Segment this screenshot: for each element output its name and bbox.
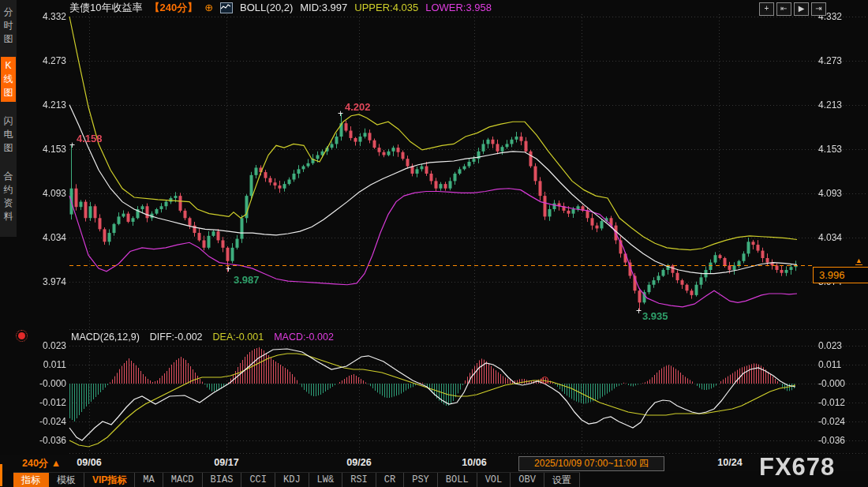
date-tick-09-06: 09/06 (62, 457, 117, 468)
alert-icon[interactable] (18, 332, 25, 339)
sidebar-tab-1[interactable]: 分 时 图 (1, 3, 16, 48)
price-tick-right-4.034: 4.034 (818, 232, 858, 243)
date-tick-09-17: 09/17 (199, 457, 254, 468)
toolbar-item-设置[interactable]: 设置 (544, 473, 580, 487)
macd-value: MACD:-0.002 (274, 332, 334, 343)
macd-tick-left-0.011: 0.011 (30, 359, 66, 370)
toolbar-item-指标[interactable]: 指标 (13, 473, 49, 487)
cross-marker: + (226, 266, 231, 272)
chart-style-icon[interactable] (220, 2, 233, 13)
price-tick-left-4.332: 4.332 (30, 11, 66, 22)
macd-dea-value: DEA:-0.001 (213, 332, 264, 343)
toolbar-item-LW&[interactable]: LW& (309, 473, 343, 487)
hovered-session-label: 2025/10/09 07:00~11:00 四 (518, 456, 664, 471)
macd-tick-left--0.024: -0.024 (30, 416, 66, 427)
sidebar-tab-4[interactable]: 合 约 资 料 (1, 167, 16, 226)
period-label[interactable]: 【240分】 (149, 1, 197, 15)
date-tick-09-26: 09/26 (331, 457, 387, 468)
macd-tick-left-0.023: 0.023 (30, 340, 66, 351)
scroll-right-icon[interactable]: ⇥ (811, 2, 826, 16)
period-badge[interactable]: 240分 ▲ (22, 457, 61, 470)
sidebar-tab-3[interactable]: 闪 电 图 (1, 112, 16, 157)
toolbar-item-CCI[interactable]: CCI (241, 473, 275, 487)
macd-tick-right--0.024: -0.024 (818, 416, 858, 427)
price-marker-3.987: 3.987 (234, 274, 260, 286)
toolbar-item-VIP指标[interactable]: VIP指标 (84, 473, 135, 487)
period-badge-label: 240分 (22, 458, 48, 469)
price-tick-left-4.034: 4.034 (30, 232, 66, 243)
cross-marker: + (69, 142, 75, 148)
price-marker-3.935: 3.935 (642, 310, 668, 322)
toolbar-item-MA[interactable]: MA (135, 473, 163, 487)
current-price-value: 3.996 (819, 269, 845, 281)
macd-diff-value: DIFF:-0.002 (150, 332, 203, 343)
macd-header: MACD(26,12,9) DIFF:-0.002 DEA:-0.001 MAC… (71, 332, 334, 343)
price-tick-left-3.974: 3.974 (30, 276, 66, 287)
macd-tick-right-0.023: 0.023 (818, 340, 858, 351)
sidebar-tab-2[interactable]: K 线 图 (1, 57, 16, 102)
toolbar-item-CR[interactable]: CR (376, 473, 404, 487)
price-tick-left-4.213: 4.213 (30, 99, 66, 111)
watermark: FX678 (759, 453, 835, 481)
jump-to-latest-icon[interactable]: ▲ (855, 257, 862, 265)
macd-tick-right--0.036: -0.036 (818, 435, 858, 446)
price-tick-right-4.213: 4.213 (818, 99, 858, 111)
toolbar-item-KDJ[interactable]: KDJ (275, 473, 309, 487)
toolbar-item-BOLL[interactable]: BOLL (438, 473, 477, 487)
kline-chart-app: 分 时 图K 线 图闪 电 图合 约 资 料 美债10年收益率 【240分】 ⊕… (0, 0, 868, 487)
scroll-left-icon[interactable]: ⇤ (776, 2, 791, 16)
toolbar-item-OBV[interactable]: OBV (511, 473, 544, 487)
instrument-title: 美债10年收益率 (69, 1, 142, 15)
macd-tick-right-0.011: 0.011 (818, 359, 858, 370)
price-tick-left-4.153: 4.153 (30, 144, 66, 155)
toolbar-item-模板[interactable]: 模板 (49, 473, 84, 487)
price-tick-right-4.273: 4.273 (818, 55, 858, 66)
macd-indicator-label: MACD(26,12,9) (71, 332, 140, 343)
date-tick-10-06: 10/06 (447, 457, 502, 468)
boll-upper-value: UPPER:4.035 (354, 2, 418, 13)
macd-tick-right--0.012: -0.012 (818, 397, 858, 408)
period-arrow-icon: ▲ (51, 458, 61, 469)
macd-tick-right--0.000: -0.000 (818, 378, 858, 389)
date-tick-10-24: 10/24 (702, 457, 758, 468)
boll-lower-value: LOWER:3.958 (425, 2, 492, 13)
macd-signal-dot (541, 376, 548, 384)
toolbar-item-RSI[interactable]: RSI (342, 473, 376, 487)
price-marker-4.158: 4.158 (77, 133, 103, 144)
price-tick-left-4.093: 4.093 (30, 188, 66, 199)
toolbar-item-MACD[interactable]: MACD (163, 473, 203, 487)
cross-marker: + (338, 111, 343, 117)
autoplay-icon[interactable]: ▶ (794, 2, 809, 16)
toolbar-item-BIAS[interactable]: BIAS (203, 473, 242, 487)
left-edge-accent (0, 464, 2, 486)
toolbar-item-PSY[interactable]: PSY (404, 473, 438, 487)
price-marker-4.202: 4.202 (345, 101, 371, 113)
macd-tick-left--0.036: -0.036 (30, 435, 66, 446)
chart-tool-buttons: +⇤▶⇥ (759, 2, 826, 16)
toolbar-item-VOL[interactable]: VOL (477, 473, 511, 487)
cross-marker: + (636, 308, 642, 314)
price-tick-right-4.093: 4.093 (818, 188, 858, 199)
date-axis: 240分 ▲ 2025/10/09 07:00~11:00 四 09/0609/… (0, 455, 868, 471)
add-indicator-icon[interactable]: ⊕ (204, 2, 213, 13)
macd-tick-left--0.000: -0.000 (30, 378, 66, 389)
indicator-toolbar: 指标模板VIP指标MAMACDBIASCCIKDJLW&RSICRPSYBOLL… (13, 472, 580, 487)
current-price-tag: 3.996 (813, 267, 868, 283)
pan-icon[interactable]: + (759, 2, 774, 16)
chart-canvas[interactable] (0, 0, 868, 487)
boll-mid-value: MID:3.997 (300, 2, 347, 13)
boll-indicator-label: BOLL(20,2) (240, 2, 293, 13)
chart-type-sidebar: 分 时 图K 线 图闪 电 图合 约 资 料 (0, 0, 17, 237)
price-tick-left-4.273: 4.273 (30, 55, 66, 66)
price-tick-right-4.153: 4.153 (818, 144, 858, 155)
chart-header: 美债10年收益率 【240分】 ⊕ BOLL(20,2) MID:3.997 U… (69, 1, 492, 14)
macd-tick-left--0.012: -0.012 (30, 397, 66, 408)
